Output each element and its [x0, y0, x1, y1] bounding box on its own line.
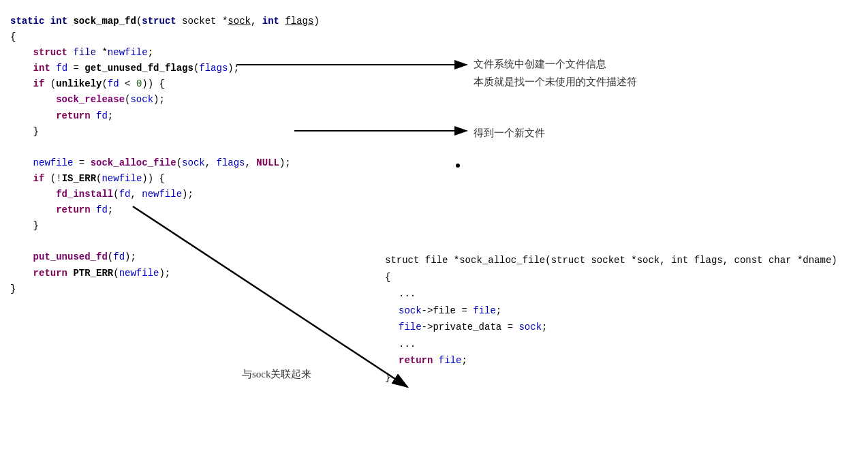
- code-block2-return: return file;: [385, 352, 837, 369]
- code-line-15: [10, 234, 320, 249]
- code-line-2: {: [10, 29, 320, 45]
- code-line-14: }: [10, 218, 320, 234]
- code-line-5: if (unlikely(fd < 0)) {: [10, 76, 320, 92]
- code-block2-line1: sock->file = file;: [385, 303, 837, 320]
- code-line-3: struct file *newfile;: [10, 45, 320, 61]
- annotation-3: 与sock关联起来: [242, 366, 312, 384]
- code-line-1: static int sock_map_fd(struct socket *so…: [10, 14, 320, 29]
- code-line-11: if (!IS_ERR(newfile)) {: [10, 171, 320, 187]
- code-line-7: return fd;: [10, 108, 320, 124]
- code-line-9: [10, 140, 320, 155]
- code-line-13: return fd;: [10, 202, 320, 218]
- annotation-1: 文件系统中创建一个文件信息 本质就是找一个未使用的文件描述符: [474, 56, 637, 91]
- code-line-12: fd_install(fd, newfile);: [10, 187, 320, 202]
- code-block2-close: }: [385, 369, 837, 386]
- code-line-4: int fd = get_unused_fd_flags(flags);: [10, 61, 320, 76]
- code-block2-open: {: [385, 269, 837, 286]
- code-block2-signature: struct file *sock_alloc_file(struct sock…: [385, 252, 837, 269]
- code-line-16: put_unused_fd(fd);: [10, 249, 320, 265]
- bullet-point: [456, 164, 460, 168]
- code-line-10: newfile = sock_alloc_file(sock, flags, N…: [10, 155, 320, 171]
- code-line-18: }: [10, 281, 320, 297]
- code-block-2: struct file *sock_alloc_file(struct sock…: [385, 252, 837, 386]
- code-block2-ellipsis2: ...: [385, 336, 837, 353]
- code-line-6: sock_release(sock);: [10, 92, 320, 108]
- code-line-8: }: [10, 124, 320, 140]
- code-block2-line2: file->private_data = sock;: [385, 319, 837, 336]
- code-block-1: static int sock_map_fd(struct socket *so…: [10, 14, 320, 297]
- code-line-17: return PTR_ERR(newfile);: [10, 266, 320, 281]
- annotation-2: 得到一个新文件: [474, 125, 545, 142]
- code-block2-ellipsis1: ...: [385, 285, 837, 303]
